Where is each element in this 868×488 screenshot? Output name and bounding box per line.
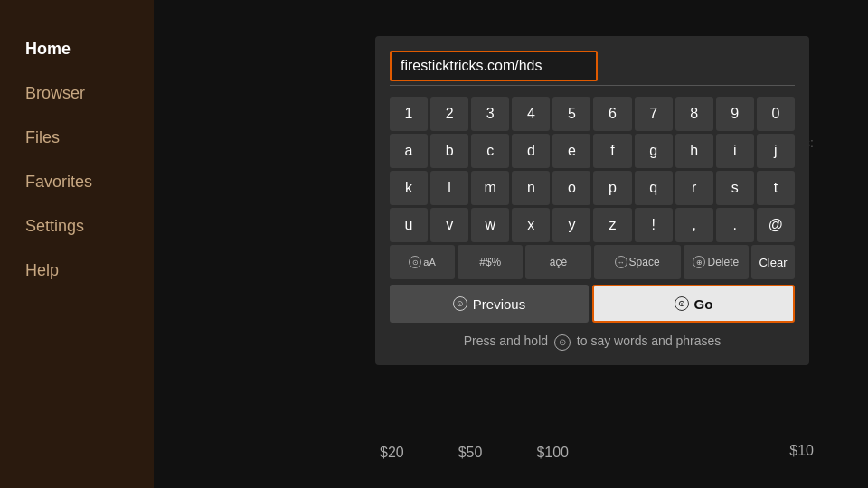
key-c[interactable]: c xyxy=(471,134,509,168)
key-row-numbers: 1 2 3 4 5 6 7 8 9 0 xyxy=(390,97,795,131)
key-1[interactable]: 1 xyxy=(390,97,428,131)
keyboard-modal: 1 2 3 4 5 6 7 8 9 0 a b c d e f g h xyxy=(375,36,809,365)
key-i[interactable]: i xyxy=(716,134,754,168)
key-row-kt: k l m n o p q r s t xyxy=(390,171,795,205)
key-space[interactable]: ↔Space xyxy=(594,245,681,279)
sidebar-item-home[interactable]: Home xyxy=(0,27,154,71)
key-v[interactable]: v xyxy=(430,208,468,242)
key-s[interactable]: s xyxy=(716,171,754,205)
key-b[interactable]: b xyxy=(430,134,468,168)
key-t[interactable]: t xyxy=(757,171,795,205)
key-symbols[interactable]: #$% xyxy=(458,245,523,279)
key-accents[interactable]: äçé xyxy=(525,245,590,279)
key-u[interactable]: u xyxy=(390,208,428,242)
previous-button[interactable]: ⊙ Previous xyxy=(390,285,589,323)
sidebar-item-settings[interactable]: Settings xyxy=(0,204,154,249)
key-comma[interactable]: , xyxy=(675,208,713,242)
key-excl[interactable]: ! xyxy=(635,208,673,242)
main-content: ase donation buttons: $10 $20 $50 $100 1… xyxy=(154,0,868,488)
key-q[interactable]: q xyxy=(635,171,673,205)
sidebar-item-help[interactable]: Help xyxy=(0,249,154,293)
key-period[interactable]: . xyxy=(716,208,754,242)
key-r[interactable]: r xyxy=(675,171,713,205)
key-l[interactable]: l xyxy=(430,171,468,205)
action-row: ⊙ Previous ⊙ Go xyxy=(390,285,795,323)
key-caps[interactable]: ⊙aA xyxy=(390,245,455,279)
key-clear[interactable]: Clear xyxy=(751,245,795,279)
key-0[interactable]: 0 xyxy=(757,97,795,131)
voice-hint: Press and hold ⊙ to say words and phrase… xyxy=(390,333,795,351)
mic-icon: ⊙ xyxy=(554,334,571,351)
key-y[interactable]: y xyxy=(552,208,590,242)
key-row-aj: a b c d e f g h i j xyxy=(390,134,795,168)
sidebar: Home Browser Files Favorites Settings He… xyxy=(0,0,154,488)
key-x[interactable]: x xyxy=(512,208,550,242)
key-f[interactable]: f xyxy=(593,134,631,168)
key-j[interactable]: j xyxy=(757,134,795,168)
key-at[interactable]: @ xyxy=(757,208,795,242)
key-4[interactable]: 4 xyxy=(512,97,550,131)
key-o[interactable]: o xyxy=(552,171,590,205)
url-input-container xyxy=(390,51,795,86)
keyboard-grid: 1 2 3 4 5 6 7 8 9 0 a b c d e f g h xyxy=(390,97,795,279)
donation-100: $100 xyxy=(536,445,569,461)
key-a[interactable]: a xyxy=(390,134,428,168)
key-8[interactable]: 8 xyxy=(675,97,713,131)
key-3[interactable]: 3 xyxy=(471,97,509,131)
key-9[interactable]: 9 xyxy=(716,97,754,131)
key-6[interactable]: 6 xyxy=(593,97,631,131)
key-row-uz: u v w x y z ! , . @ xyxy=(390,208,795,242)
key-k[interactable]: k xyxy=(390,171,428,205)
url-input[interactable] xyxy=(390,51,598,81)
donation-10: $10 xyxy=(789,443,814,459)
donation-20: $20 xyxy=(380,445,404,461)
key-row-special: ⊙aA #$% äçé ↔Space ⊕Delete Clear xyxy=(390,245,795,279)
go-button[interactable]: ⊙ Go xyxy=(592,285,795,323)
sidebar-item-browser[interactable]: Browser xyxy=(0,71,154,116)
donation-50: $50 xyxy=(458,445,483,461)
key-n[interactable]: n xyxy=(512,171,550,205)
key-7[interactable]: 7 xyxy=(635,97,673,131)
key-h[interactable]: h xyxy=(675,134,713,168)
key-5[interactable]: 5 xyxy=(552,97,590,131)
sidebar-item-favorites[interactable]: Favorites xyxy=(0,160,154,204)
key-2[interactable]: 2 xyxy=(430,97,468,131)
url-underline xyxy=(390,85,795,86)
key-g[interactable]: g xyxy=(635,134,673,168)
key-m[interactable]: m xyxy=(471,171,509,205)
key-d[interactable]: d xyxy=(512,134,550,168)
key-e[interactable]: e xyxy=(552,134,590,168)
key-p[interactable]: p xyxy=(593,171,631,205)
key-w[interactable]: w xyxy=(471,208,509,242)
key-z[interactable]: z xyxy=(593,208,631,242)
sidebar-item-files[interactable]: Files xyxy=(0,116,154,160)
key-delete[interactable]: ⊕Delete xyxy=(684,245,749,279)
